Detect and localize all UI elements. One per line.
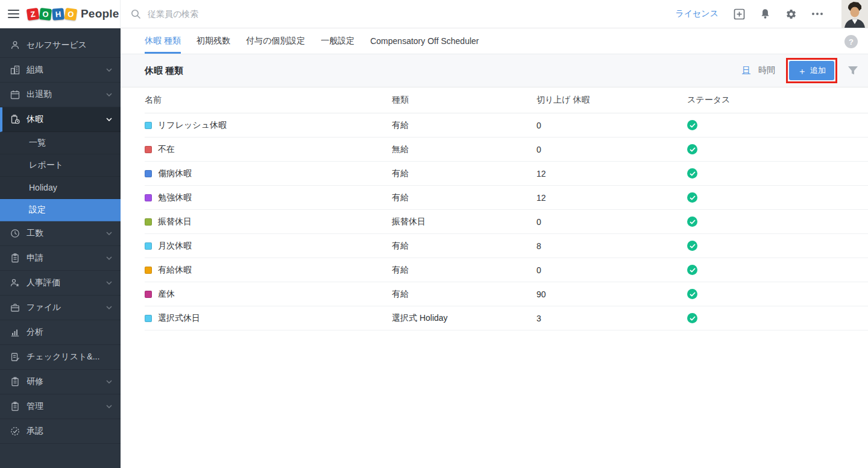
table-row[interactable]: 有給休暇 有給 0 xyxy=(145,258,868,282)
organization-icon xyxy=(10,65,20,75)
leave-color-swatch xyxy=(145,315,152,322)
table-row[interactable]: 月次休暇 有給 8 xyxy=(145,234,868,258)
notifications-bell-icon[interactable] xyxy=(760,8,770,19)
sidebar-item-requests[interactable]: 申請 xyxy=(0,246,121,271)
sidebar-item-label: 承認 xyxy=(27,426,43,437)
sidebar-item-label: 申請 xyxy=(27,253,43,264)
filter-funnel-icon[interactable] xyxy=(848,66,858,75)
status-active-icon[interactable] xyxy=(687,144,697,154)
clipboard-icon xyxy=(10,402,20,411)
table-row[interactable]: 振替休日 振替休日 0 xyxy=(145,210,868,234)
status-active-icon[interactable] xyxy=(687,168,697,179)
tab-initial-balance[interactable]: 初期残数 xyxy=(197,28,230,54)
leave-color-swatch xyxy=(145,146,152,153)
license-link[interactable]: ライセンス xyxy=(675,8,719,19)
user-avatar[interactable] xyxy=(841,0,868,28)
leave-color-swatch xyxy=(145,122,152,129)
search-input[interactable] xyxy=(148,9,401,19)
sidebar-item-label: 組織 xyxy=(27,65,43,75)
person-icon xyxy=(10,40,20,50)
approval-check-icon xyxy=(10,426,20,436)
top-bar: Z O H O People ライセンス xyxy=(0,0,868,28)
tab-customize-balance[interactable]: 付与の個別設定 xyxy=(246,28,305,54)
submenu-item-settings[interactable]: 設定 xyxy=(0,199,121,221)
chevron-down-icon xyxy=(106,256,112,260)
leave-carry: 0 xyxy=(536,121,687,130)
sidebar-item-label: セルフサービス xyxy=(27,40,87,51)
unit-toggle-time[interactable]: 時間 xyxy=(758,65,775,76)
table-row[interactable]: 傷病休暇 有給 12 xyxy=(145,162,868,186)
leave-type: 無給 xyxy=(392,144,536,155)
sidebar-item-files[interactable]: ファイル xyxy=(0,296,121,320)
chevron-down-icon xyxy=(106,118,112,121)
status-active-icon[interactable] xyxy=(687,217,697,227)
tab-general-settings[interactable]: 一般設定 xyxy=(321,28,354,54)
leave-name: 有給休暇 xyxy=(158,265,192,276)
logo-tile-h: H xyxy=(52,8,64,21)
main-content: 休暇 種類 初期残数 付与の個別設定 一般設定 Compensatory Off… xyxy=(121,28,868,330)
zoho-logo[interactable]: Z O H O xyxy=(27,8,77,20)
table-row[interactable]: リフレッシュ休暇 有給 0 xyxy=(145,113,868,138)
logo-tile-o1: O xyxy=(39,8,52,21)
leave-color-swatch xyxy=(145,242,152,250)
sidebar-item-training[interactable]: 研修 xyxy=(0,370,121,394)
leave-carry: 12 xyxy=(536,169,687,179)
sidebar-item-self-service[interactable]: セルフサービス xyxy=(0,33,121,58)
leave-carry: 12 xyxy=(536,193,687,203)
sidebar-item-leave[interactable]: 休暇 xyxy=(0,107,121,132)
leave-type: 選択式 Holiday xyxy=(392,313,536,324)
sidebar-item-checklist[interactable]: チェックリスト&... xyxy=(0,345,121,370)
leave-types-table: 名前 種類 切り上げ 休暇 ステータス リフレッシュ休暇 有給 0 不在 無給 … xyxy=(121,87,868,330)
col-header-type: 種類 xyxy=(392,95,536,106)
briefcase-icon xyxy=(10,303,20,312)
table-row[interactable]: 産休 有給 90 xyxy=(145,282,868,306)
logo-tile-o2: O xyxy=(64,7,77,20)
sidebar-item-attendance[interactable]: 出退勤 xyxy=(0,83,121,107)
add-new-icon[interactable] xyxy=(734,8,745,20)
leave-color-swatch xyxy=(145,170,152,177)
more-options-icon[interactable] xyxy=(812,13,823,15)
leave-color-swatch xyxy=(145,291,152,298)
search-icon xyxy=(131,9,141,19)
settings-gear-icon[interactable] xyxy=(785,8,797,20)
status-active-icon[interactable] xyxy=(687,192,697,203)
tab-leave-types[interactable]: 休暇 種類 xyxy=(145,28,181,54)
sidebar-item-label: 研修 xyxy=(27,376,43,387)
table-row[interactable]: 勉強休暇 有給 12 xyxy=(145,186,868,210)
clipboard-icon xyxy=(10,377,20,387)
status-active-icon[interactable] xyxy=(687,289,697,299)
tab-comp-off-scheduler[interactable]: Compensatory Off Scheduler xyxy=(370,28,479,54)
sidebar-item-performance[interactable]: 人事評価 xyxy=(0,271,121,296)
unit-toggle-day[interactable]: 日 xyxy=(742,65,750,76)
subheader: 休暇 種類 日 時間 ＋ 追加 xyxy=(121,54,868,87)
help-icon[interactable]: ? xyxy=(844,35,858,48)
submenu-item-label: 設定 xyxy=(29,204,46,215)
hamburger-menu-icon[interactable] xyxy=(8,10,19,18)
table-row[interactable]: 選択式休日 選択式 Holiday 3 xyxy=(145,306,868,330)
status-active-icon[interactable] xyxy=(687,241,697,251)
sidebar-item-admin[interactable]: 管理 xyxy=(0,394,121,419)
sidebar-item-analytics[interactable]: 分析 xyxy=(0,320,121,345)
add-leave-type-button[interactable]: ＋ 追加 xyxy=(789,61,834,80)
chevron-down-icon xyxy=(106,306,112,309)
status-active-icon[interactable] xyxy=(687,313,697,323)
leave-name: リフレッシュ休暇 xyxy=(158,120,227,131)
leave-type: 有給 xyxy=(392,120,536,131)
submenu-item-report[interactable]: レポート xyxy=(0,154,121,177)
leave-name: 傷病休暇 xyxy=(158,168,192,179)
status-active-icon[interactable] xyxy=(687,120,697,130)
leave-type: 有給 xyxy=(392,241,536,251)
sidebar-item-timesheet[interactable]: 工数 xyxy=(0,221,121,246)
leave-name: 不在 xyxy=(158,144,175,155)
top-actions: ライセンス xyxy=(675,0,868,28)
leave-name: 産休 xyxy=(158,289,175,300)
sidebar-item-organization[interactable]: 組織 xyxy=(0,58,121,83)
sidebar-item-approvals[interactable]: 承認 xyxy=(0,419,121,444)
table-row[interactable]: 不在 無給 0 xyxy=(145,138,868,162)
annotation-highlight-box: ＋ 追加 xyxy=(786,58,837,83)
submenu-item-holiday[interactable]: Holiday xyxy=(0,177,121,199)
submenu-item-list[interactable]: 一覧 xyxy=(0,132,121,154)
leave-carry: 0 xyxy=(536,217,687,227)
status-active-icon[interactable] xyxy=(687,265,697,275)
col-header-rounding: 切り上げ 休暇 xyxy=(536,95,687,106)
